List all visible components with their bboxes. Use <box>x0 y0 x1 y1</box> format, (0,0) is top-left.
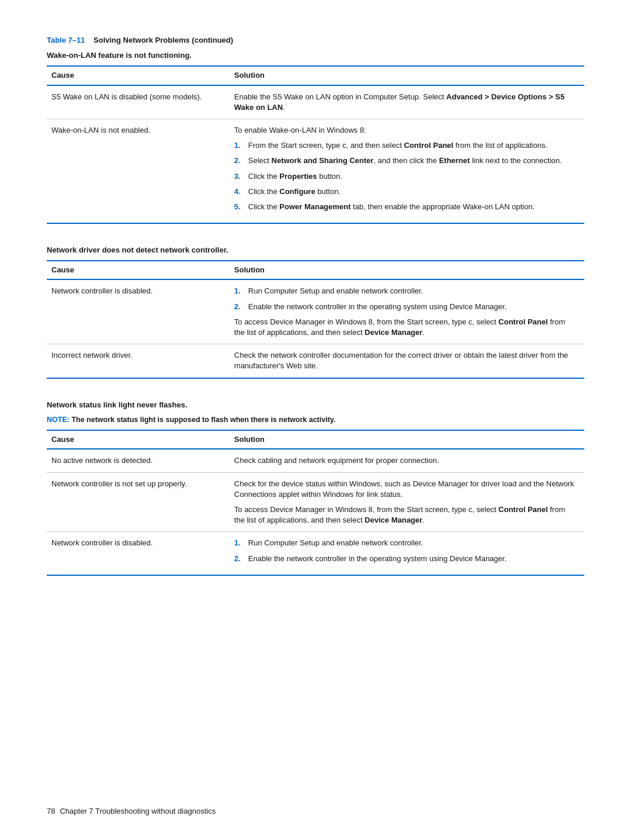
cause-cell: Incorrect network driver. <box>47 344 230 378</box>
step-content: Select Network and Sharing Center, and t… <box>248 155 577 166</box>
note-text: The network status light is supposed to … <box>71 416 335 424</box>
step-item: 1. Run Computer Setup and enable network… <box>234 286 577 296</box>
col-solution-header: Solution <box>230 261 584 279</box>
section-network-status-light: Network status link light never flashes.… <box>47 400 584 576</box>
step-item: 2. Enable the network controller in the … <box>234 554 577 564</box>
note-label: NOTE: <box>47 416 70 424</box>
table-label: Table 7–11 <box>47 36 85 44</box>
steps-list: 1. Run Computer Setup and enable network… <box>234 286 577 312</box>
solution-cell: Enable the S5 Wake on LAN option in Comp… <box>230 85 584 119</box>
col-cause-header: Cause <box>47 66 230 85</box>
solution-para: To access Device Manager in Windows 8, f… <box>234 317 577 338</box>
solution-cell: To enable Wake-on-LAN in Windows 8: 1. F… <box>230 119 584 223</box>
section-network-driver: Network driver does not detect network c… <box>47 245 584 379</box>
step-content: Enable the network controller in the ope… <box>248 302 577 312</box>
table-header-row: Cause Solution <box>47 261 584 279</box>
step-content: Click the Power Management tab, then ena… <box>248 202 577 212</box>
section-wake-on-lan: Table 7–11 Solving Network Problems (con… <box>47 35 584 224</box>
steps-list: 1. From the Start screen, type c, and th… <box>234 140 577 212</box>
step-number: 2. <box>234 554 246 564</box>
cause-cell: Network controller is disabled. <box>47 279 230 344</box>
solution-text: Check the network controller documentati… <box>234 351 568 370</box>
solution-cell: 1. Run Computer Setup and enable network… <box>230 279 584 344</box>
step-number: 5. <box>234 202 246 212</box>
col-solution-header: Solution <box>230 430 584 449</box>
step-item: 4. Click the Configure button. <box>234 186 577 197</box>
table-title-text: Solving Network Problems (continued) <box>93 36 233 44</box>
table-row: Network controller is disabled. 1. Run C… <box>47 279 584 344</box>
solution-para-2: To access Device Manager in Windows 8, f… <box>234 504 577 526</box>
solution-cell: Check the network controller documentati… <box>230 344 584 378</box>
table-title: Table 7–11 Solving Network Problems (con… <box>47 35 584 46</box>
step-content: Run Computer Setup and enable network co… <box>248 538 577 548</box>
table-1: Cause Solution S5 Wake on LAN is disable… <box>47 65 584 224</box>
step-number: 1. <box>234 538 246 548</box>
table-row: Wake-on-LAN is not enabled. To enable Wa… <box>47 119 584 223</box>
table-title-separator <box>87 36 91 44</box>
step-item: 3. Click the Properties button. <box>234 171 577 182</box>
table-3: Cause Solution No active network is dete… <box>47 430 584 576</box>
step-item: 2. Select Network and Sharing Center, an… <box>234 155 577 166</box>
solution-text: Enable the S5 Wake on LAN option in Comp… <box>234 92 564 112</box>
step-item: 2. Enable the network controller in the … <box>234 302 577 312</box>
col-cause-header: Cause <box>47 261 230 279</box>
cause-cell: Network controller is disabled. <box>47 532 230 575</box>
step-content: Click the Properties button. <box>248 171 577 182</box>
step-number: 2. <box>234 302 246 312</box>
step-number: 3. <box>234 171 246 182</box>
step-number: 1. <box>234 140 246 151</box>
solution-cell: Check cabling and network equipment for … <box>230 449 584 472</box>
table-row: Incorrect network driver. Check the netw… <box>47 344 584 378</box>
steps-list: 1. Run Computer Setup and enable network… <box>234 538 577 564</box>
col-cause-header: Cause <box>47 430 230 449</box>
solution-cell: 1. Run Computer Setup and enable network… <box>230 532 584 575</box>
solution-cell: Check for the device status within Windo… <box>230 472 584 532</box>
cause-cell: No active network is detected. <box>47 449 230 472</box>
step-item: 5. Click the Power Management tab, then … <box>234 202 577 212</box>
solution-intro: To enable Wake-on-LAN in Windows 8: <box>234 125 577 136</box>
step-content: Enable the network controller in the ope… <box>248 554 577 564</box>
problem-header-1: Wake-on-LAN feature is not functioning. <box>47 50 584 61</box>
step-content: From the Start screen, type c, and then … <box>248 140 577 151</box>
table-row: No active network is detected. Check cab… <box>47 449 584 472</box>
step-content: Run Computer Setup and enable network co… <box>248 286 577 296</box>
solution-text: Check cabling and network equipment for … <box>234 456 439 465</box>
step-content: Click the Configure button. <box>248 186 577 197</box>
step-number: 1. <box>234 286 246 296</box>
step-item: 1. Run Computer Setup and enable network… <box>234 538 577 548</box>
step-number: 4. <box>234 186 246 197</box>
table-row: Network controller is disabled. 1. Run C… <box>47 532 584 575</box>
step-number: 2. <box>234 155 246 166</box>
problem-header-2: Network driver does not detect network c… <box>47 245 584 255</box>
note-line: NOTE: The network status light is suppos… <box>47 415 584 426</box>
problem-header-3: Network status link light never flashes. <box>47 400 584 410</box>
table-row: Network controller is not set up properl… <box>47 472 584 532</box>
cause-cell: Network controller is not set up properl… <box>47 472 230 532</box>
table-2: Cause Solution Network controller is dis… <box>47 260 584 378</box>
table-header-row: Cause Solution <box>47 66 584 85</box>
col-solution-header: Solution <box>230 66 584 85</box>
table-header-row: Cause Solution <box>47 430 584 449</box>
cause-cell: Wake-on-LAN is not enabled. <box>47 119 230 223</box>
cause-cell: S5 Wake on LAN is disabled (some models)… <box>47 85 230 119</box>
step-item: 1. From the Start screen, type c, and th… <box>234 140 577 151</box>
table-row: S5 Wake on LAN is disabled (some models)… <box>47 85 584 119</box>
solution-para-1: Check for the device status within Windo… <box>234 479 577 500</box>
